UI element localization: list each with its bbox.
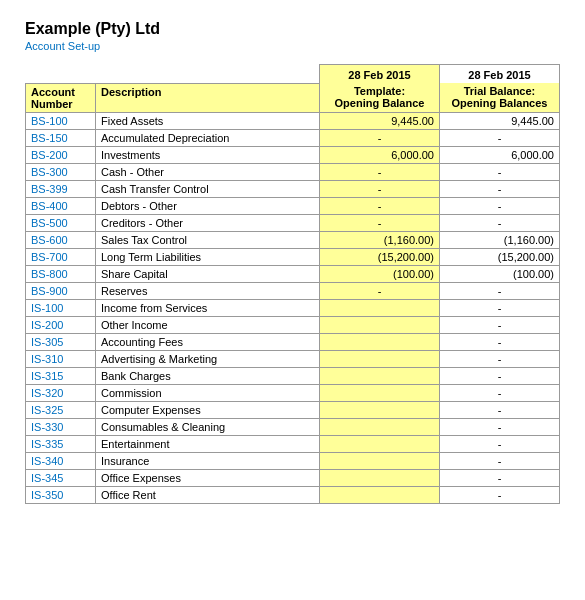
trial-value-cell: -: [440, 129, 560, 146]
description-cell: Debtors - Other: [96, 197, 320, 214]
description-cell: Income from Services: [96, 299, 320, 316]
trial-value-cell: -: [440, 486, 560, 503]
account-number-cell: IS-320: [26, 384, 96, 401]
template-value-cell: -: [320, 163, 440, 180]
trial-value-cell: 9,445.00: [440, 112, 560, 129]
account-number-cell: BS-200: [26, 146, 96, 163]
template-value-cell: -: [320, 180, 440, 197]
company-name: Example (Pty) Ltd: [25, 20, 560, 38]
trial-value-cell: -: [440, 435, 560, 452]
description-cell: Commission: [96, 384, 320, 401]
trial-header: Trial Balance:Opening Balances: [440, 83, 560, 112]
template-value-cell: (100.00): [320, 265, 440, 282]
template-value-cell: [320, 384, 440, 401]
description-cell: Cash Transfer Control: [96, 180, 320, 197]
account-number-cell: BS-500: [26, 214, 96, 231]
account-number-cell: IS-100: [26, 299, 96, 316]
template-value-cell: [320, 299, 440, 316]
template-header: Template:Opening Balance: [320, 83, 440, 112]
description-cell: Advertising & Marketing: [96, 350, 320, 367]
table-row: IS-315Bank Charges-: [26, 367, 560, 384]
trial-value-cell: -: [440, 197, 560, 214]
trial-value-cell: (1,160.00): [440, 231, 560, 248]
table-row: IS-335Entertainment-: [26, 435, 560, 452]
account-number-cell: IS-310: [26, 350, 96, 367]
table-row: BS-500Creditors - Other--: [26, 214, 560, 231]
description-cell: Sales Tax Control: [96, 231, 320, 248]
description-cell: Long Term Liabilities: [96, 248, 320, 265]
template-value-cell: (15,200.00): [320, 248, 440, 265]
trial-value-cell: -: [440, 418, 560, 435]
table-row: BS-400Debtors - Other--: [26, 197, 560, 214]
template-value-cell: [320, 486, 440, 503]
description-cell: Other Income: [96, 316, 320, 333]
account-number-cell: BS-300: [26, 163, 96, 180]
empty-header-account: [26, 65, 96, 84]
table-row: IS-200Other Income-: [26, 316, 560, 333]
template-value-cell: [320, 452, 440, 469]
account-table: 28 Feb 2015 28 Feb 2015 AccountNumber De…: [25, 64, 560, 504]
trial-value-cell: -: [440, 469, 560, 486]
table-row: IS-345Office Expenses-: [26, 469, 560, 486]
template-value-cell: [320, 435, 440, 452]
table-row: IS-325Computer Expenses-: [26, 401, 560, 418]
table-row: BS-100Fixed Assets9,445.009,445.00: [26, 112, 560, 129]
account-number-cell: BS-150: [26, 129, 96, 146]
description-cell: Creditors - Other: [96, 214, 320, 231]
table-row: IS-350Office Rent-: [26, 486, 560, 503]
template-value-cell: [320, 418, 440, 435]
description-cell: Office Expenses: [96, 469, 320, 486]
description-cell: Insurance: [96, 452, 320, 469]
account-number-cell: BS-100: [26, 112, 96, 129]
account-number-cell: BS-600: [26, 231, 96, 248]
account-number-cell: BS-700: [26, 248, 96, 265]
table-row: BS-800Share Capital(100.00)(100.00): [26, 265, 560, 282]
trial-value-cell: -: [440, 452, 560, 469]
template-value-cell: -: [320, 214, 440, 231]
template-value-cell: 6,000.00: [320, 146, 440, 163]
date1-header: 28 Feb 2015: [320, 65, 440, 84]
trial-value-cell: -: [440, 367, 560, 384]
account-number-cell: IS-305: [26, 333, 96, 350]
table-row: BS-900Reserves--: [26, 282, 560, 299]
description-header: Description: [96, 83, 320, 112]
trial-value-cell: (100.00): [440, 265, 560, 282]
account-number-cell: BS-800: [26, 265, 96, 282]
template-value-cell: [320, 333, 440, 350]
table-row: BS-200Investments6,000.006,000.00: [26, 146, 560, 163]
template-value-cell: -: [320, 129, 440, 146]
account-number-cell: IS-330: [26, 418, 96, 435]
trial-value-cell: -: [440, 299, 560, 316]
table-row: IS-100Income from Services-: [26, 299, 560, 316]
trial-value-cell: -: [440, 163, 560, 180]
trial-value-cell: -: [440, 180, 560, 197]
description-cell: Accounting Fees: [96, 333, 320, 350]
table-row: BS-300Cash - Other--: [26, 163, 560, 180]
trial-value-cell: -: [440, 333, 560, 350]
table-row: IS-340Insurance-: [26, 452, 560, 469]
account-number-cell: IS-315: [26, 367, 96, 384]
trial-value-cell: -: [440, 214, 560, 231]
empty-header-desc: [96, 65, 320, 84]
description-cell: Bank Charges: [96, 367, 320, 384]
template-value-cell: -: [320, 282, 440, 299]
account-number-cell: IS-350: [26, 486, 96, 503]
template-value-cell: [320, 401, 440, 418]
template-value-cell: [320, 367, 440, 384]
date-header-row: 28 Feb 2015 28 Feb 2015: [26, 65, 560, 84]
label-header-row: AccountNumber Description Template:Openi…: [26, 83, 560, 112]
trial-value-cell: -: [440, 350, 560, 367]
account-number-cell: IS-325: [26, 401, 96, 418]
table-row: BS-700Long Term Liabilities(15,200.00)(1…: [26, 248, 560, 265]
trial-value-cell: (15,200.00): [440, 248, 560, 265]
description-cell: Office Rent: [96, 486, 320, 503]
description-cell: Fixed Assets: [96, 112, 320, 129]
template-value-cell: [320, 350, 440, 367]
description-cell: Reserves: [96, 282, 320, 299]
description-cell: Investments: [96, 146, 320, 163]
template-value-cell: 9,445.00: [320, 112, 440, 129]
trial-value-cell: -: [440, 401, 560, 418]
account-number-cell: IS-200: [26, 316, 96, 333]
table-row: BS-399Cash Transfer Control--: [26, 180, 560, 197]
table-row: IS-310Advertising & Marketing-: [26, 350, 560, 367]
